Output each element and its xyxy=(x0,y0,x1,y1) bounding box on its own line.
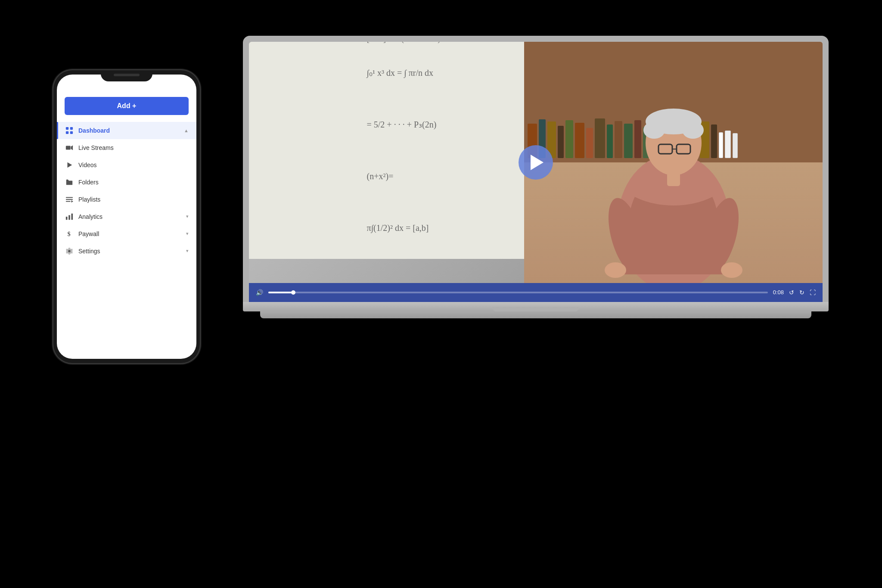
time-display: 0:08 xyxy=(773,289,784,296)
phone-body: Add + xyxy=(53,70,200,363)
svg-rect-2 xyxy=(66,131,68,134)
svg-rect-3 xyxy=(70,131,73,134)
chevron-down-icon: ▾ xyxy=(186,214,189,219)
svg-point-26 xyxy=(605,262,626,278)
whiteboard-area: [n+3]∞ ≤ (n+1 + 1/n)∞ ∫₀¹ x³ dx = ∫ πr/n… xyxy=(249,42,565,259)
laptop-base xyxy=(243,302,829,311)
playlists-label: Playlists xyxy=(78,196,189,203)
svg-rect-0 xyxy=(66,127,68,129)
list-icon xyxy=(65,196,74,203)
grid-icon xyxy=(65,127,74,134)
video-controls-bar: 🔊 0:08 ↺ ↻ ⛶ xyxy=(249,283,823,302)
svg-rect-12 xyxy=(68,215,70,220)
phone-screen: Add + xyxy=(57,75,196,359)
laptop-screen-inner: [n+3]∞ ≤ (n+1 + 1/n)∞ ∫₀¹ x³ dx = ∫ πr/n… xyxy=(249,42,823,302)
phone-notch xyxy=(101,70,152,81)
dashboard-label: Dashboard xyxy=(78,127,184,134)
svg-marker-10 xyxy=(71,200,74,202)
svg-rect-7 xyxy=(66,197,73,198)
phone-app-ui: Add + xyxy=(57,75,196,359)
chevron-up-icon: ▲ xyxy=(184,128,189,133)
sidebar-item-dashboard[interactable]: Dashboard ▲ xyxy=(57,122,196,139)
sidebar-item-analytics[interactable]: Analytics ▾ xyxy=(57,208,196,225)
laptop-device: [n+3]∞ ≤ (n+1 + 1/n)∞ ∫₀¹ x³ dx = ∫ πr/n… xyxy=(243,36,829,318)
gear-icon xyxy=(65,247,74,255)
svg-rect-23 xyxy=(667,169,680,186)
laptop-body: [n+3]∞ ≤ (n+1 + 1/n)∞ ∫₀¹ x³ dx = ∫ πr/n… xyxy=(243,36,829,318)
svg-rect-1 xyxy=(70,127,73,129)
folders-label: Folders xyxy=(78,179,189,186)
nav-menu: Dashboard ▲ Live Streams xyxy=(57,122,196,260)
svg-point-27 xyxy=(721,262,742,278)
live-streams-label: Live Streams xyxy=(78,144,189,151)
sidebar-item-settings[interactable]: Settings ▾ xyxy=(57,243,196,260)
paywall-label: Paywall xyxy=(78,230,186,237)
svg-rect-11 xyxy=(66,217,68,220)
chevron-down-icon-3: ▾ xyxy=(186,248,189,254)
teacher-area xyxy=(524,42,823,283)
volume-icon[interactable]: 🔊 xyxy=(256,289,263,296)
sidebar-item-videos[interactable]: Videos xyxy=(57,156,196,174)
sidebar-item-live-streams[interactable]: Live Streams xyxy=(57,139,196,156)
settings-label: Settings xyxy=(78,248,186,255)
play-button[interactable] xyxy=(519,145,553,180)
laptop-foot xyxy=(260,311,811,318)
svg-point-18 xyxy=(643,121,665,139)
fullscreen-icon[interactable]: ⛶ xyxy=(810,289,816,296)
progress-bar-fill xyxy=(268,292,293,293)
scene: Add + xyxy=(53,36,829,553)
dollar-icon: $ xyxy=(65,230,74,238)
videos-label: Videos xyxy=(78,162,189,168)
sidebar-item-playlists[interactable]: Playlists xyxy=(57,191,196,208)
svg-marker-5 xyxy=(71,145,73,150)
laptop-screen-bezel: [n+3]∞ ≤ (n+1 + 1/n)∞ ∫₀¹ x³ dx = ∫ πr/n… xyxy=(243,36,829,302)
analytics-label: Analytics xyxy=(78,213,186,220)
sidebar-item-folders[interactable]: Folders xyxy=(57,174,196,191)
teacher-figure xyxy=(592,76,755,283)
play-triangle-icon xyxy=(531,155,543,170)
svg-point-19 xyxy=(682,121,704,139)
add-button[interactable]: Add + xyxy=(65,97,189,115)
phone-speaker xyxy=(114,74,140,76)
bar-chart-icon xyxy=(65,213,74,221)
video-player[interactable]: [n+3]∞ ≤ (n+1 + 1/n)∞ ∫₀¹ x³ dx = ∫ πr/n… xyxy=(249,42,823,283)
sidebar-item-paywall[interactable]: $ Paywall ▾ xyxy=(57,225,196,243)
svg-text:$: $ xyxy=(68,230,71,237)
svg-marker-6 xyxy=(68,162,72,168)
progress-indicator xyxy=(291,290,295,295)
svg-rect-9 xyxy=(66,201,71,202)
play-icon xyxy=(65,161,74,169)
svg-rect-13 xyxy=(71,213,73,219)
video-icon xyxy=(65,144,74,152)
progress-bar[interactable] xyxy=(268,292,768,293)
forward-icon[interactable]: ↻ xyxy=(799,289,804,296)
svg-rect-4 xyxy=(66,146,71,149)
svg-rect-8 xyxy=(66,199,73,200)
phone-device: Add + xyxy=(53,70,200,363)
chevron-down-icon-2: ▾ xyxy=(186,231,189,236)
math-equations: [n+3]∞ ≤ (n+1 + 1/n)∞ ∫₀¹ x³ dx = ∫ πr/n… xyxy=(358,42,456,259)
rewind-icon[interactable]: ↺ xyxy=(789,289,794,296)
folder-icon xyxy=(65,178,74,186)
